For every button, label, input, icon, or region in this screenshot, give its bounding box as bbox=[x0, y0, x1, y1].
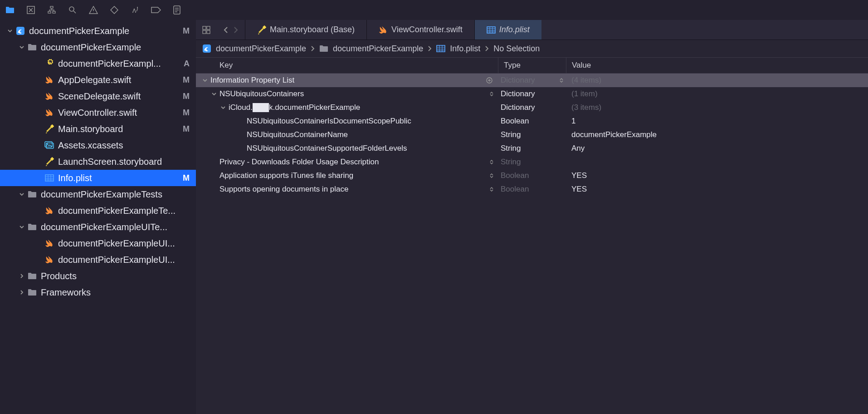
editor-area: Main.storyboard (Base)ViewController.swi… bbox=[196, 20, 868, 414]
source-control-icon[interactable] bbox=[25, 5, 36, 15]
file-tree-row[interactable]: Main.storyboardM bbox=[0, 121, 196, 137]
related-items-icon[interactable] bbox=[202, 26, 210, 34]
back-button[interactable] bbox=[223, 26, 229, 34]
plist-type[interactable]: Dictionary bbox=[501, 89, 535, 99]
forward-button[interactable] bbox=[233, 26, 239, 34]
file-tree-row[interactable]: Assets.xcassets bbox=[0, 137, 196, 153]
plist-row[interactable]: NSUbiquitousContainerIsDocumentScopePubl… bbox=[196, 114, 868, 128]
file-tree-row[interactable]: Info.plistM bbox=[0, 170, 196, 186]
plist-row[interactable]: iCloud.███k.documentPickerExampleDiction… bbox=[196, 101, 868, 114]
breadcrumb-item[interactable]: Info.plist bbox=[450, 44, 480, 54]
disclosure-triangle[interactable] bbox=[18, 225, 25, 229]
plist-type[interactable]: Dictionary bbox=[501, 103, 535, 112]
plist-type[interactable]: String bbox=[501, 130, 521, 139]
plist-type[interactable]: Boolean bbox=[501, 117, 529, 126]
plist-type[interactable]: Boolean bbox=[501, 185, 529, 194]
plist-key[interactable]: Privacy - Downloads Folder Usage Descrip… bbox=[219, 158, 490, 167]
plist-row[interactable]: NSUbiquitousContainerSupportedFolderLeve… bbox=[196, 142, 868, 155]
disclosure-triangle[interactable] bbox=[18, 290, 25, 295]
plist-key[interactable]: NSUbiquitousContainerSupportedFolderLeve… bbox=[247, 144, 493, 153]
file-name-label: SceneDelegate.swift bbox=[58, 91, 179, 102]
breadcrumb-item[interactable]: documentPickerExample bbox=[333, 44, 423, 54]
editor-tab[interactable]: ViewController.swift bbox=[366, 20, 474, 39]
plist-value[interactable]: (1 item) bbox=[566, 89, 868, 99]
folder-icon bbox=[27, 222, 37, 232]
plist-type[interactable]: String bbox=[501, 158, 521, 167]
plist-type[interactable]: Boolean bbox=[501, 171, 529, 180]
file-tree-row[interactable]: documentPickerExampleTests bbox=[0, 186, 196, 202]
file-tree-row[interactable]: AppDelegate.swiftM bbox=[0, 72, 196, 88]
file-tree-row[interactable]: LaunchScreen.storyboard bbox=[0, 153, 196, 170]
column-type[interactable]: Type bbox=[498, 58, 566, 73]
reports-icon[interactable] bbox=[171, 5, 182, 15]
breakpoints-icon[interactable] bbox=[151, 5, 161, 15]
plist-value[interactable]: documentPickerExample bbox=[566, 130, 868, 139]
search-icon[interactable] bbox=[67, 5, 78, 15]
plist-row[interactable]: NSUbiquitousContainersDictionary(1 item) bbox=[196, 87, 868, 101]
file-tree-row[interactable]: documentPickerExample bbox=[0, 39, 196, 55]
plist-value[interactable]: YES bbox=[566, 171, 868, 180]
svg-point-5 bbox=[132, 12, 133, 13]
plist-key[interactable]: NSUbiquitousContainerIsDocumentScopePubl… bbox=[247, 117, 493, 126]
file-tree-row[interactable]: documentPickerExampleUI... bbox=[0, 235, 196, 251]
debug-icon[interactable] bbox=[130, 5, 141, 15]
editor-tab[interactable]: Info.plist bbox=[474, 20, 541, 39]
plist-type[interactable]: Dictionary bbox=[501, 76, 535, 85]
disclosure-triangle[interactable] bbox=[219, 105, 227, 110]
plist-key[interactable]: iCloud.███k.documentPickerExample bbox=[229, 103, 493, 112]
plist-key[interactable]: Application supports iTunes file sharing bbox=[219, 171, 490, 180]
breadcrumb-item[interactable]: No Selection bbox=[493, 44, 540, 54]
plist-value[interactable]: YES bbox=[566, 185, 868, 194]
plist-key[interactable]: Supports opening documents in place bbox=[219, 185, 490, 194]
plist-key[interactable]: NSUbiquitousContainers bbox=[219, 89, 490, 99]
folder-icon[interactable] bbox=[5, 5, 15, 15]
file-tree-row[interactable]: documentPickerExampleM bbox=[0, 23, 196, 39]
disclosure-triangle[interactable] bbox=[201, 78, 209, 83]
symbol-navigator-icon[interactable] bbox=[46, 5, 57, 15]
file-name-label: documentPickerExampleTe... bbox=[58, 206, 190, 216]
folder-icon bbox=[27, 271, 37, 281]
file-name-label: documentPickerExampleTests bbox=[41, 189, 190, 200]
disclosure-triangle[interactable] bbox=[18, 192, 25, 197]
file-tree-row[interactable]: Products bbox=[0, 268, 196, 284]
svg-point-14 bbox=[47, 143, 48, 144]
plist-row[interactable]: NSUbiquitousContainerNameStringdocumentP… bbox=[196, 128, 868, 142]
editor-tab[interactable]: Main.storyboard (Base) bbox=[245, 20, 366, 39]
column-key[interactable]: Key bbox=[196, 58, 498, 73]
file-tree-row[interactable]: ViewController.swiftM bbox=[0, 104, 196, 121]
plist-key[interactable]: Information Property List bbox=[210, 76, 483, 85]
folder-icon bbox=[27, 189, 37, 199]
plist-type[interactable]: String bbox=[501, 144, 521, 153]
scm-status-badge: M bbox=[183, 124, 190, 134]
plist-row[interactable]: Supports opening documents in placeBoole… bbox=[196, 182, 868, 196]
svg-point-4 bbox=[69, 7, 74, 11]
plist-value[interactable]: (4 items) bbox=[566, 76, 868, 85]
disclosure-triangle[interactable] bbox=[6, 29, 14, 33]
plist-icon bbox=[44, 173, 54, 183]
jump-bar[interactable]: documentPickerExampledocumentPickerExamp… bbox=[196, 40, 868, 57]
disclosure-triangle[interactable] bbox=[18, 45, 25, 49]
disclosure-triangle[interactable] bbox=[210, 92, 218, 96]
tab-nav-controls bbox=[196, 20, 245, 39]
plist-key[interactable]: NSUbiquitousContainerName bbox=[247, 130, 493, 139]
disclosure-triangle[interactable] bbox=[18, 274, 25, 278]
add-row-icon[interactable] bbox=[485, 77, 493, 84]
file-tree-row[interactable]: documentPickerExampleTe... bbox=[0, 202, 196, 219]
file-tree-row[interactable]: Frameworks bbox=[0, 284, 196, 301]
file-tree-row[interactable]: documentPickerExampleUITe... bbox=[0, 219, 196, 235]
file-tree-row[interactable]: documentPickerExampleUI... bbox=[0, 251, 196, 268]
plist-row[interactable]: Privacy - Downloads Folder Usage Descrip… bbox=[196, 155, 868, 169]
breadcrumb-item[interactable]: documentPickerExample bbox=[216, 44, 306, 54]
tests-icon[interactable] bbox=[109, 5, 120, 15]
plist-value[interactable]: 1 bbox=[566, 117, 868, 126]
file-tree-row[interactable]: SceneDelegate.swiftM bbox=[0, 88, 196, 104]
file-tree-row[interactable]: documentPickerExampl...A bbox=[0, 55, 196, 72]
svg-point-6 bbox=[135, 12, 136, 13]
plist-value[interactable]: Any bbox=[566, 144, 868, 153]
plist-value[interactable]: (3 items) bbox=[566, 103, 868, 112]
project-navigator[interactable]: documentPickerExampleMdocumentPickerExam… bbox=[0, 20, 196, 414]
column-value[interactable]: Value bbox=[566, 58, 868, 73]
plist-row[interactable]: Application supports iTunes file sharing… bbox=[196, 169, 868, 182]
plist-row[interactable]: Information Property ListDictionary(4 it… bbox=[196, 74, 868, 87]
issues-icon[interactable] bbox=[88, 5, 99, 15]
